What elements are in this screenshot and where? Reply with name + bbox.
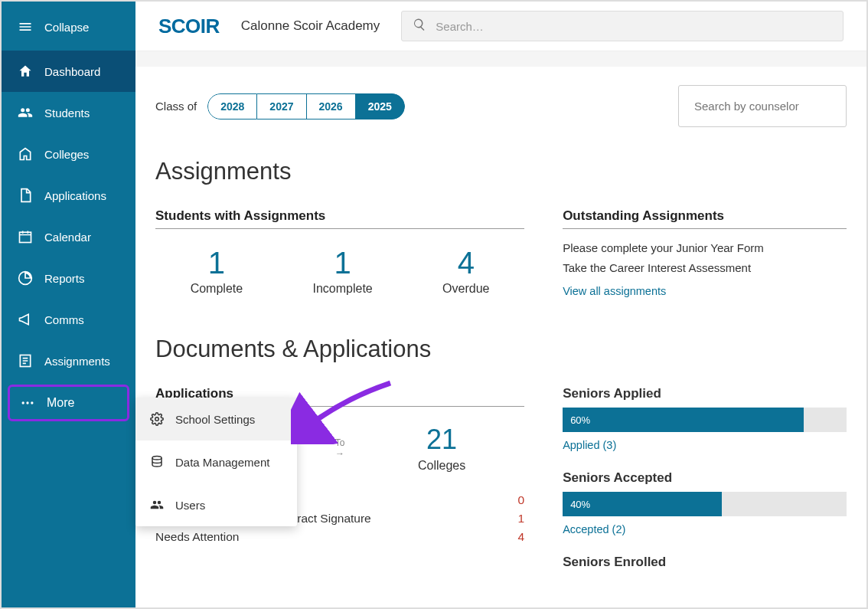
nav-label: Applications bbox=[44, 189, 106, 202]
year-2026[interactable]: 2026 bbox=[307, 93, 356, 120]
outstanding-assignments-heading: Outstanding Assignments bbox=[563, 208, 847, 224]
nav-label: Students bbox=[44, 106, 90, 120]
megaphone-icon bbox=[17, 311, 34, 328]
nav-reports[interactable]: Reports bbox=[2, 257, 135, 299]
school-name: Calonne Scoir Academy bbox=[241, 18, 380, 34]
popup-data-management[interactable]: Data Management bbox=[135, 440, 297, 483]
popup-label: School Settings bbox=[175, 413, 255, 426]
search-input[interactable] bbox=[436, 20, 832, 33]
svg-rect-0 bbox=[20, 232, 31, 242]
more-dots-icon bbox=[19, 395, 36, 411]
nav-dashboard[interactable]: Dashboard bbox=[2, 51, 135, 92]
stat-complete: 1 Complete bbox=[191, 246, 243, 296]
stat-num: 1 bbox=[312, 246, 372, 280]
home-icon bbox=[17, 63, 34, 80]
popup-users[interactable]: Users bbox=[135, 483, 297, 526]
value: 4 bbox=[518, 530, 525, 544]
hamburger-icon bbox=[17, 18, 34, 35]
view-all-assignments-link[interactable]: View all assignments bbox=[563, 285, 666, 297]
document-icon bbox=[17, 187, 34, 204]
stat-overdue: 4 Overdue bbox=[442, 246, 489, 296]
more-label: More bbox=[47, 396, 74, 410]
year-2028[interactable]: 2028 bbox=[207, 93, 257, 120]
topbar: SCOIR Calonne Scoir Academy bbox=[135, 2, 866, 51]
bar-fill: 40% bbox=[563, 492, 722, 516]
collapse-label: Collapse bbox=[44, 21, 89, 34]
year-2025[interactable]: 2025 bbox=[356, 93, 405, 120]
stat-num: 1 bbox=[191, 246, 243, 280]
seniors-applied-title: Seniors Applied bbox=[563, 386, 847, 401]
database-icon bbox=[149, 454, 165, 470]
bar-fill: 60% bbox=[563, 408, 804, 432]
docs-heading: Documents & Applications bbox=[155, 336, 847, 363]
nav-label: Assignments bbox=[44, 355, 110, 368]
nav-label: Calendar bbox=[44, 231, 91, 244]
users-icon bbox=[149, 497, 165, 512]
svg-point-6 bbox=[152, 457, 162, 460]
nav-applications[interactable]: Applications bbox=[2, 175, 135, 216]
nav-more[interactable]: More bbox=[8, 385, 129, 421]
divider bbox=[155, 228, 524, 229]
arrow-right-icon: → bbox=[321, 448, 359, 459]
nav-label: Reports bbox=[44, 272, 85, 285]
value: 0 bbox=[518, 493, 525, 507]
svg-point-2 bbox=[22, 401, 24, 404]
students-with-assignments-heading: Students with Assignments bbox=[155, 208, 524, 224]
seniors-enrolled-title: Seniors Enrolled bbox=[563, 555, 847, 570]
gear-icon bbox=[149, 411, 165, 427]
needs-attention-row: Needs Attention 4 bbox=[155, 528, 524, 546]
stat-num: 4 bbox=[442, 246, 489, 280]
logo: SCOIR bbox=[158, 15, 220, 38]
class-of-label: Class of bbox=[155, 100, 197, 113]
divider bbox=[563, 228, 847, 229]
label: Colleges bbox=[359, 459, 524, 473]
stat-label: Overdue bbox=[442, 282, 489, 296]
applied-link[interactable]: Applied (3) bbox=[563, 439, 616, 451]
checklist-icon bbox=[17, 352, 34, 369]
search-icon bbox=[413, 18, 426, 34]
seniors-applied-bar: 60% bbox=[563, 408, 847, 432]
accepted-link[interactable]: Accepted (2) bbox=[563, 523, 625, 535]
outstanding-line: Take the Career Interest Assessment bbox=[563, 258, 847, 278]
nav-assignments[interactable]: Assignments bbox=[2, 340, 135, 381]
stat-label: Incomplete bbox=[312, 282, 372, 296]
chart-pie-icon bbox=[17, 270, 34, 286]
year-2027[interactable]: 2027 bbox=[257, 93, 306, 120]
collapse-button[interactable]: Collapse bbox=[2, 8, 135, 51]
calendar-icon bbox=[17, 228, 34, 245]
to-label: To → bbox=[321, 437, 359, 459]
nav-label: Colleges bbox=[44, 148, 89, 161]
popup-school-settings[interactable]: School Settings bbox=[135, 398, 297, 440]
popup-label: Users bbox=[175, 499, 205, 512]
popup-label: Data Management bbox=[175, 456, 269, 469]
sidebar: Collapse Dashboard Students Colleges App… bbox=[2, 2, 135, 607]
more-popup: School Settings Data Management Users bbox=[135, 398, 297, 526]
nav-calendar[interactable]: Calendar bbox=[2, 216, 135, 257]
value: 21 bbox=[359, 424, 524, 456]
content: Class of 2028 2027 2026 2025 Assignments… bbox=[135, 67, 866, 607]
global-search[interactable] bbox=[401, 11, 844, 41]
nav-colleges[interactable]: Colleges bbox=[2, 133, 135, 175]
seniors-accepted-title: Seniors Accepted bbox=[563, 470, 847, 486]
nav-label: Dashboard bbox=[44, 65, 100, 78]
svg-point-3 bbox=[26, 401, 28, 404]
building-icon bbox=[17, 146, 34, 162]
people-icon bbox=[17, 104, 34, 121]
svg-point-5 bbox=[155, 417, 159, 421]
outstanding-line: Please complete your Junior Year Form bbox=[563, 238, 847, 258]
svg-point-4 bbox=[31, 401, 33, 404]
to-text: To bbox=[321, 437, 359, 448]
nav-comms[interactable]: Comms bbox=[2, 299, 135, 340]
nav-students[interactable]: Students bbox=[2, 92, 135, 133]
value: 1 bbox=[518, 512, 525, 526]
colleges-count: 21 Colleges bbox=[359, 424, 524, 473]
stat-label: Complete bbox=[191, 282, 243, 296]
counselor-search-input[interactable] bbox=[678, 85, 847, 127]
seniors-accepted-bar: 40% bbox=[563, 492, 847, 516]
assignments-heading: Assignments bbox=[155, 158, 847, 185]
label: Needs Attention bbox=[155, 530, 239, 544]
nav-label: Comms bbox=[44, 313, 84, 326]
class-year-picker: 2028 2027 2026 2025 bbox=[207, 93, 405, 120]
stat-incomplete: 1 Incomplete bbox=[312, 246, 372, 296]
